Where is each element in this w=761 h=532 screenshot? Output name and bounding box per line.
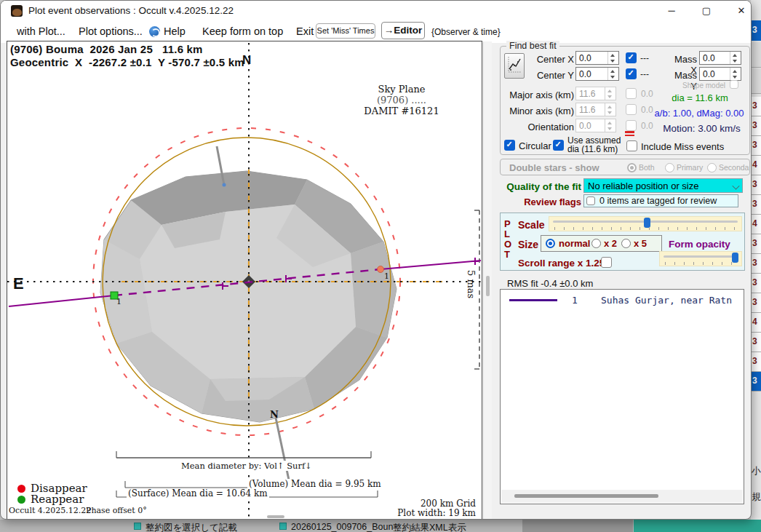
size-normal-radio[interactable]	[546, 239, 555, 248]
double-secondary-label: Secondary	[719, 163, 750, 172]
title-bar: Plot event observations : Occult v.4.202…	[1, 1, 751, 20]
spin-up-icon[interactable]	[608, 68, 618, 74]
orientation-spinner[interactable]: 0.0	[575, 119, 616, 132]
bg-button-select-figure[interactable]: 整約図を選択して記載	[146, 522, 237, 532]
occult-version: Occult 4.2025.12.22	[9, 506, 91, 515]
bg-button-xml[interactable]: 整約結果XML表示	[393, 522, 466, 532]
circular-checkbox[interactable]	[504, 140, 515, 151]
spin-up-icon[interactable]	[608, 52, 618, 58]
sky-plane-plot[interactable]: (9706) Bouma 2026 Jan 25 11.6 km Geocent…	[7, 41, 482, 520]
form-opacity-slider[interactable]	[659, 251, 742, 266]
size-x5-radio[interactable]	[621, 239, 631, 248]
minor-axis-spinner[interactable]: 11.6	[575, 103, 616, 116]
center-x-checkbox[interactable]	[626, 52, 637, 63]
bg-grey-block	[751, 42, 761, 68]
maximize-button[interactable]: ▢	[692, 2, 721, 19]
mass-y-spinner[interactable]: 0.0	[699, 67, 741, 81]
bg-row-number: 3	[751, 254, 761, 274]
spin-down-icon[interactable]	[730, 74, 741, 81]
center-x-spinner[interactable]: 0.0	[575, 51, 619, 65]
bg-button-file[interactable]: 20260125_009706_Boun	[291, 522, 393, 532]
menu-plot-options[interactable]: Plot options...	[79, 25, 143, 37]
minor-axis-checkbox[interactable]	[626, 104, 637, 115]
scroll-range-checkbox[interactable]	[601, 257, 612, 268]
bg-row-number: 3	[751, 116, 761, 136]
spin-down-icon[interactable]	[608, 58, 618, 65]
editor-button[interactable]: →Editor	[381, 22, 425, 39]
menu-help[interactable]: Help	[164, 25, 186, 37]
orientation-zero: 0.0	[641, 121, 653, 131]
observer-row[interactable]: 1 Suhas Gurjar, near Ratn	[501, 294, 744, 310]
circular-label: Circular	[519, 140, 551, 151]
surface-mean-dia: (Surface) Mean dia = 10.64 km	[127, 488, 269, 499]
event-title: (9706) Bouma 2026 Jan 25 11.6 km	[10, 43, 203, 55]
review-flags-checkbox[interactable]	[586, 196, 595, 205]
double-both-radio[interactable]	[627, 163, 637, 172]
menu-with-plot[interactable]: with Plot...	[17, 25, 65, 37]
scale-slider-thumb[interactable]	[644, 218, 650, 228]
spin-down-icon[interactable]	[730, 58, 741, 65]
center-y-label: Center Y	[503, 70, 574, 81]
form-opacity-thumb[interactable]	[732, 253, 738, 263]
spin-up-icon	[605, 103, 615, 110]
window-title: Plot event observations : Occult v.4.202…	[28, 5, 234, 16]
damit-label: DAMIT #16121	[362, 106, 442, 116]
help-icon[interactable]	[149, 26, 160, 37]
list-horizontal-scrollbar[interactable]	[501, 490, 743, 503]
background-window-right-sliver: 3 333433433334333 小 規	[751, 0, 761, 532]
close-button[interactable]: ✕	[727, 2, 752, 19]
chord-number-1: 1	[116, 297, 121, 306]
bg-row-number: 3	[751, 333, 761, 352]
size-x5-label: x 5	[634, 238, 647, 249]
grid-label: 200 km Grid	[393, 499, 476, 509]
minimize-button[interactable]: ─	[657, 2, 686, 19]
plot-hscroll-thumb[interactable]	[267, 515, 284, 518]
review-flags-label: Review flags	[500, 196, 581, 207]
mass-x-spinner[interactable]: 0.0	[699, 51, 741, 65]
mas-scale-label: 5 mas	[466, 270, 477, 298]
review-flags-field: 0 items are tagged for review	[583, 194, 738, 207]
spin-up-icon[interactable]	[730, 52, 741, 58]
miss-line-icon	[625, 131, 634, 136]
bg-number-rows: 333433433334333	[751, 97, 761, 392]
spin-up-icon[interactable]	[730, 68, 741, 74]
plot-letter-o: O	[504, 239, 511, 250]
list-hscroll-thumb[interactable]	[514, 494, 658, 498]
menu-keep-on-top[interactable]: Keep form on top	[202, 25, 283, 37]
include-miss-checkbox[interactable]	[626, 140, 637, 151]
orientation-label: Orientation	[503, 122, 574, 132]
major-axis-checkbox[interactable]	[626, 88, 637, 99]
orientation-checkbox[interactable]	[626, 120, 637, 131]
plot-controls-panel: P L O T Scale Size normal x 2 x 5 Form o…	[500, 213, 745, 271]
size-normal-label: normal	[559, 238, 590, 249]
minor-axis-label: Minor axis (km)	[503, 106, 574, 116]
plot-vscroll-thumb[interactable]	[486, 276, 490, 296]
include-miss-label: Include Miss events	[641, 141, 724, 152]
scale-slider[interactable]	[549, 216, 742, 231]
form-opacity-label: Form opacity	[669, 239, 730, 250]
major-axis-spinner[interactable]: 11.6	[575, 87, 616, 100]
set-miss-times-button[interactable]: Set 'Miss' Times	[316, 23, 375, 39]
center-y-dash: ---	[640, 69, 649, 79]
double-primary-radio[interactable]	[665, 163, 674, 172]
bg-row-number: 3	[751, 352, 761, 372]
center-y-spinner[interactable]: 0.0	[575, 67, 619, 81]
spin-up-icon	[605, 119, 615, 126]
shape-model-checkbox[interactable]	[730, 80, 738, 89]
double-secondary-radio[interactable]	[707, 163, 717, 172]
scroll-range-label: Scroll range x 1.25	[518, 258, 605, 269]
bg-selected-cell-top: 3	[751, 20, 761, 41]
center-y-checkbox[interactable]	[626, 68, 637, 79]
quality-combobox[interactable]: No reliable position or size	[583, 178, 743, 193]
plot-letter-t: T	[504, 249, 510, 260]
menu-exit[interactable]: Exit	[296, 25, 314, 37]
size-x2-radio[interactable]	[591, 239, 601, 248]
disappear-event-marker[interactable]	[378, 266, 384, 273]
sky-plane-line1: Sky Plane	[362, 84, 442, 95]
sky-plane-line2: (9706) .....	[362, 95, 442, 106]
plot-vertical-scrollbar[interactable]	[483, 41, 492, 519]
spin-down-icon[interactable]	[608, 74, 618, 81]
use-assumed-checkbox[interactable]	[553, 140, 564, 151]
bg-green-segment	[634, 520, 761, 532]
observer-list[interactable]: 1 Suhas Gurjar, near Ratn	[500, 289, 744, 504]
